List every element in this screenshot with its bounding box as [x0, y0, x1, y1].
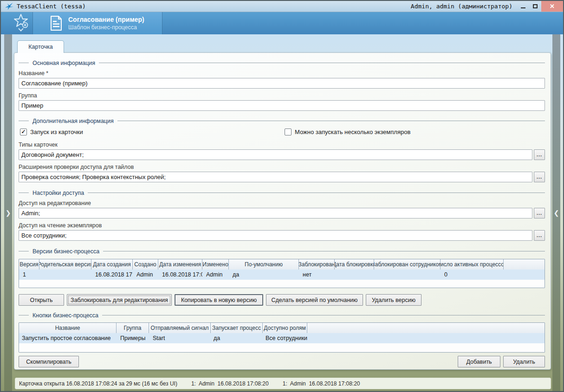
checkbox-check-icon: ✓: [20, 129, 27, 135]
tab-card[interactable]: Карточка: [17, 40, 64, 53]
left-panel-expander[interactable]: ❯: [4, 34, 12, 391]
group-label: Группа: [19, 92, 545, 99]
document-icon: [50, 15, 63, 31]
section-versions: Версии бизнес-процесса: [19, 248, 545, 255]
edit-access-picker-button[interactable]: ...: [534, 208, 545, 218]
required-mark: *: [46, 70, 48, 77]
col-button-group[interactable]: Группа: [117, 323, 149, 333]
versions-table-header: Версия Родительская версия Дата создания…: [19, 259, 545, 270]
name-label: Название *: [19, 70, 545, 77]
process-buttons-header: Название Группа Отправляемый сигнал Запу…: [19, 323, 545, 333]
current-user-label: Admin, admin (администратор): [411, 3, 512, 10]
status-opened: Карточка открыта 16.08.2018 17:08:24 за …: [19, 380, 177, 387]
read-access-picker-button[interactable]: ...: [534, 230, 545, 241]
add-button[interactable]: Добавить: [458, 356, 500, 367]
col-lock-date[interactable]: Дата блокировки: [335, 259, 374, 270]
section-additional-info-title: Дополнительная информация: [32, 118, 114, 124]
section-main-info: Основная информация: [19, 59, 545, 66]
open-card-tab[interactable]: Согласование (пример) Шаблон бизнес-проц…: [32, 12, 162, 34]
version-row-selected[interactable]: 1 16.08.2018 17:08 Admin 16.08.2018 17:0…: [19, 270, 545, 280]
process-button-row-selected[interactable]: Запустить простое согласование Примеры S…: [19, 333, 545, 343]
col-parent-version[interactable]: Родительская версия: [39, 259, 91, 270]
maximize-icon: [533, 4, 538, 8]
close-button[interactable]: ✕: [541, 1, 563, 12]
expand-right-icon: ❯: [6, 209, 11, 217]
tile-access-input[interactable]: [19, 172, 532, 182]
right-panel-expander[interactable]: ❮: [552, 34, 560, 391]
group-input[interactable]: [19, 100, 545, 111]
edit-access-label: Доступ на редактирование: [19, 200, 545, 207]
minimize-icon: [521, 7, 525, 8]
card-subtitle: Шаблон бизнес-процесса: [68, 24, 144, 31]
card-title: Согласование (пример): [68, 15, 144, 24]
copy-to-new-version-button[interactable]: Копировать в новую версию: [175, 294, 263, 306]
title-bar: TessaClient (tessa) Admin, admin (админи…: [1, 1, 563, 12]
content-area: ❯ ❮ Карточка Основная информация Названи…: [1, 34, 563, 391]
compile-button[interactable]: Скомпилировать: [19, 356, 79, 367]
section-process-buttons-title: Кнопки бизнес-процесса: [32, 312, 98, 319]
tile-access-picker-button[interactable]: ...: [534, 172, 545, 182]
delete-button[interactable]: Удалить: [503, 356, 545, 367]
status-modified: 1: Admin 16.08.2018 17:08:20: [283, 380, 360, 387]
app-window: TessaClient (tessa) Admin, admin (админи…: [0, 0, 564, 392]
favorites-button[interactable]: [10, 13, 32, 33]
checkbox-empty-icon: [285, 129, 292, 135]
collapse-left-icon: ❮: [554, 209, 559, 217]
open-version-button[interactable]: Открыть: [19, 294, 64, 306]
status-bar: Карточка открыта 16.08.2018 17:08:24 за …: [15, 378, 551, 389]
window-title: TessaClient (tessa): [17, 3, 86, 10]
chevron-down-icon: [19, 27, 23, 31]
col-version[interactable]: Версия: [19, 259, 39, 270]
launch-from-card-checkbox[interactable]: ✓ Запуск из карточки: [20, 129, 83, 135]
delete-version-button[interactable]: Удалить версию: [366, 294, 421, 306]
tessa-logo-icon: [5, 2, 14, 11]
card-types-label: Типы карточек: [19, 141, 545, 148]
read-access-label: Доступ на чтение экземпляров: [19, 222, 545, 229]
main-toolbar: Согласование (пример) Шаблон бизнес-проц…: [1, 12, 563, 34]
lock-for-edit-button[interactable]: Заблокировать для редактирования: [67, 294, 172, 306]
launch-from-card-label: Запуск из карточки: [30, 129, 83, 135]
name-input[interactable]: [19, 78, 545, 89]
section-process-buttons: Кнопки бизнес-процесса: [19, 312, 545, 319]
read-access-input[interactable]: [19, 230, 532, 241]
card-types-picker-button[interactable]: ...: [534, 149, 545, 160]
col-signal[interactable]: Отправляемый сигнал: [149, 323, 211, 333]
col-created-by[interactable]: Создано: [133, 259, 158, 270]
status-created: 1: Admin 16.08.2018 17:08:20: [191, 380, 269, 387]
make-default-version-button[interactable]: Сделать версией по умолчанию: [266, 294, 363, 306]
col-available-roles[interactable]: Доступно ролям: [263, 323, 307, 333]
section-access-title: Настройки доступа: [32, 190, 84, 196]
section-additional-info: Дополнительная информация: [19, 117, 545, 124]
col-is-default[interactable]: По-умолчанию: [229, 259, 299, 270]
maximize-button[interactable]: [529, 1, 541, 12]
edit-access-input[interactable]: [19, 208, 532, 218]
col-button-name[interactable]: Название: [19, 323, 117, 333]
col-is-locked[interactable]: Заблокирован: [299, 259, 335, 270]
multiple-instances-checkbox[interactable]: Можно запускать несколько экземпляров: [285, 129, 410, 135]
minimize-button[interactable]: [517, 1, 529, 12]
section-access: Настройки доступа: [19, 189, 545, 196]
process-buttons-table: Название Группа Отправляемый сигнал Запу…: [19, 322, 545, 353]
multiple-instances-label: Можно запускать несколько экземпляров: [295, 129, 410, 135]
tile-access-label: Расширения проверки доступа для тайлов: [19, 164, 545, 171]
section-main-info-title: Основная информация: [32, 60, 95, 66]
versions-table: Версия Родительская версия Дата создания…: [19, 259, 545, 288]
col-active-processes[interactable]: Число активных процессов: [441, 259, 504, 270]
col-created-date[interactable]: Дата создания: [91, 259, 133, 270]
col-modified-by[interactable]: Изменено: [202, 259, 229, 270]
card-types-input[interactable]: [19, 149, 532, 160]
col-locked-by[interactable]: Заблокирован сотрудником: [374, 259, 441, 270]
section-versions-title: Версии бизнес-процесса: [32, 248, 99, 255]
col-starts-process[interactable]: Запускает процесс: [211, 323, 263, 333]
card-form: Основная информация Название * Группа До…: [14, 52, 551, 370]
col-modified-date[interactable]: Дата изменения: [158, 259, 202, 270]
